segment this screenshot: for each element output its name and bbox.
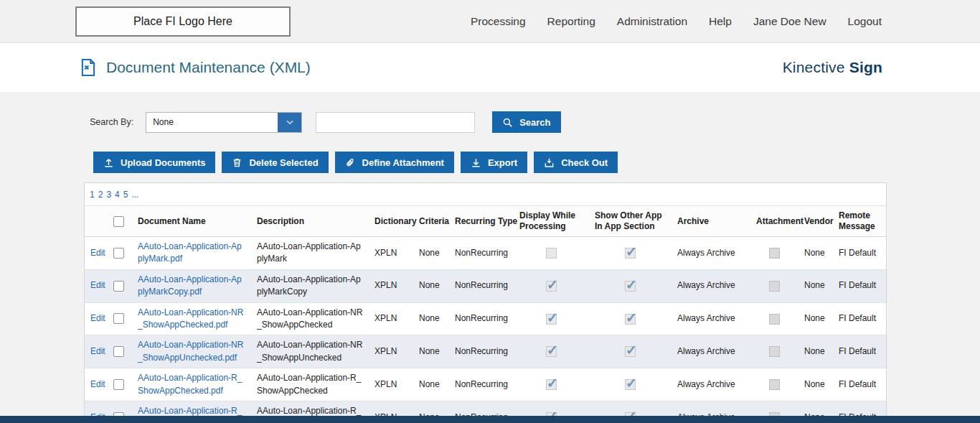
col-criteria: Criteria <box>413 206 449 237</box>
vendor-cell: None <box>798 368 833 401</box>
archive-cell: Always Archive <box>672 335 750 368</box>
criteria-cell: None <box>413 335 449 368</box>
paperclip-icon <box>345 157 356 168</box>
remote-message-cell: FI Default <box>833 335 886 368</box>
remote-message-cell: FI Default <box>833 269 886 302</box>
table-row: Edit AAuto-Loan-Application-ApplyMark.pd… <box>85 237 886 270</box>
show-other-app-checkbox[interactable] <box>625 379 636 390</box>
page-link-...[interactable]: ... <box>131 190 138 200</box>
criteria-cell: None <box>413 368 449 401</box>
brand-name: Kinective <box>783 59 845 75</box>
top-navigation: ProcessingReportingAdministrationHelpJan… <box>471 15 980 28</box>
search-button-label: Search <box>519 117 550 128</box>
show-other-app-checkbox[interactable] <box>625 281 636 292</box>
attachment-checkbox <box>769 314 780 325</box>
page-link-3[interactable]: 3 <box>106 190 111 200</box>
criteria-cell: None <box>413 302 449 335</box>
edit-link[interactable]: Edit <box>90 279 105 292</box>
vendor-cell: None <box>798 302 833 335</box>
show-other-app-checkbox[interactable] <box>625 346 636 357</box>
pagination: 12345... <box>85 183 886 206</box>
row-checkbox[interactable] <box>113 346 124 357</box>
display-while-processing-checkbox[interactable] <box>546 314 557 325</box>
table-row: Edit AAuto-Loan-Application-R_ShowAppChe… <box>85 368 886 401</box>
edit-link[interactable]: Edit <box>90 247 105 259</box>
search-row: Search By: None Search <box>90 111 980 133</box>
nav-processing[interactable]: Processing <box>471 15 526 28</box>
brand-logo: Kinective Sign <box>783 59 882 76</box>
page-link-4[interactable]: 4 <box>115 190 120 200</box>
row-checkbox[interactable] <box>113 379 124 390</box>
display-while-processing-checkbox[interactable] <box>546 248 557 259</box>
nav-jane-doe-new[interactable]: Jane Doe New <box>753 15 826 28</box>
nav-logout[interactable]: Logout <box>848 15 882 28</box>
nav-administration[interactable]: Administration <box>617 15 687 28</box>
col-archive: Archive <box>672 206 750 237</box>
show-other-app-checkbox[interactable] <box>625 314 636 325</box>
attachment-checkbox <box>769 346 780 357</box>
criteria-cell: None <box>413 269 449 302</box>
table-header: Document Name Description Dictionary Cri… <box>85 206 886 237</box>
edit-link[interactable]: Edit <box>90 378 105 391</box>
row-checkbox[interactable] <box>113 281 124 292</box>
edit-link[interactable]: Edit <box>90 312 105 325</box>
show-other-app-checkbox[interactable] <box>625 248 636 259</box>
description-cell: AAuto-Loan-Application-ApplyMarkCopy <box>251 269 369 302</box>
document-name-link[interactable]: AAuto-Loan-Application-NR_ShowAppUncheck… <box>138 340 243 362</box>
display-while-processing-checkbox[interactable] <box>546 379 557 390</box>
nav-help[interactable]: Help <box>709 15 732 28</box>
select-all-checkbox[interactable] <box>113 216 124 227</box>
recurring-type-cell: NonRecurring <box>449 269 514 302</box>
recurring-type-cell: NonRecurring <box>449 335 514 368</box>
remote-message-cell: FI Default <box>833 302 886 335</box>
page-link-5[interactable]: 5 <box>123 190 128 200</box>
display-while-processing-checkbox[interactable] <box>546 281 557 292</box>
search-input[interactable] <box>316 112 475 133</box>
recurring-type-cell: NonRecurring <box>449 368 514 401</box>
col-description: Description <box>251 206 369 237</box>
edit-link[interactable]: Edit <box>90 345 105 358</box>
description-cell: AAuto-Loan-Application-ApplyMark <box>251 237 369 270</box>
vendor-cell: None <box>798 237 833 270</box>
upload-documents-button[interactable]: Upload Documents <box>93 152 215 173</box>
col-attachment: Attachment <box>750 206 798 237</box>
dictionary-cell: XPLN <box>369 302 413 335</box>
display-while-processing-checkbox[interactable] <box>546 346 557 357</box>
document-name-link[interactable]: AAuto-Loan-Application-ApplyMark.pdf <box>138 241 242 264</box>
search-by-dropdown[interactable]: None <box>146 112 302 133</box>
document-name-link[interactable]: AAuto-Loan-Application-NR_ShowAppChecked… <box>138 307 243 330</box>
search-button[interactable]: Search <box>492 111 560 133</box>
page-title: Document Maintenance (XML) <box>106 59 311 76</box>
upload-documents-label: Upload Documents <box>121 157 205 168</box>
archive-cell: Always Archive <box>672 269 750 302</box>
document-name-link[interactable]: AAuto-Loan-Application-ApplyMarkCopy.pdf <box>138 274 242 297</box>
dropdown-selected-value: None <box>146 117 278 127</box>
col-recurring-type: Recurring Type <box>449 206 514 237</box>
vendor-cell: None <box>798 269 833 302</box>
download-icon <box>471 157 481 168</box>
row-checkbox[interactable] <box>113 248 124 259</box>
remote-message-cell: FI Default <box>833 368 886 401</box>
col-remote-message: Remote Message <box>833 206 886 237</box>
page-link-2[interactable]: 2 <box>98 190 103 200</box>
col-display-while-processing: Display While Processing <box>514 206 589 237</box>
define-attachment-button[interactable]: Define Attachment <box>335 152 454 173</box>
documents-table-card: 12345... Document Name Description Dicti… <box>84 182 887 423</box>
topbar: Place FI Logo Here ProcessingReportingAd… <box>0 0 980 43</box>
title-bar: Document Maintenance (XML) Kinective Sig… <box>0 43 980 92</box>
archive-cell: Always Archive <box>672 302 750 335</box>
dictionary-cell: XPLN <box>369 237 413 270</box>
brand-suffix: Sign <box>849 59 882 75</box>
table-row: Edit AAuto-Loan-Application-NR_ShowAppCh… <box>85 302 886 335</box>
xml-document-icon <box>79 58 98 77</box>
table-row: Edit AAuto-Loan-Application-NR_ShowAppUn… <box>85 335 886 368</box>
nav-reporting[interactable]: Reporting <box>547 15 595 28</box>
export-button[interactable]: Export <box>461 152 527 173</box>
document-name-link[interactable]: AAuto-Loan-Application-R_ShowAppChecked.… <box>138 373 242 395</box>
toolbar: Upload Documents Delete Selected Define … <box>93 152 980 173</box>
delete-selected-button[interactable]: Delete Selected <box>222 152 328 173</box>
page-link-1[interactable]: 1 <box>90 190 95 200</box>
row-checkbox[interactable] <box>113 313 124 324</box>
check-out-button[interactable]: Check Out <box>534 152 618 173</box>
chevron-down-icon[interactable] <box>278 113 301 132</box>
